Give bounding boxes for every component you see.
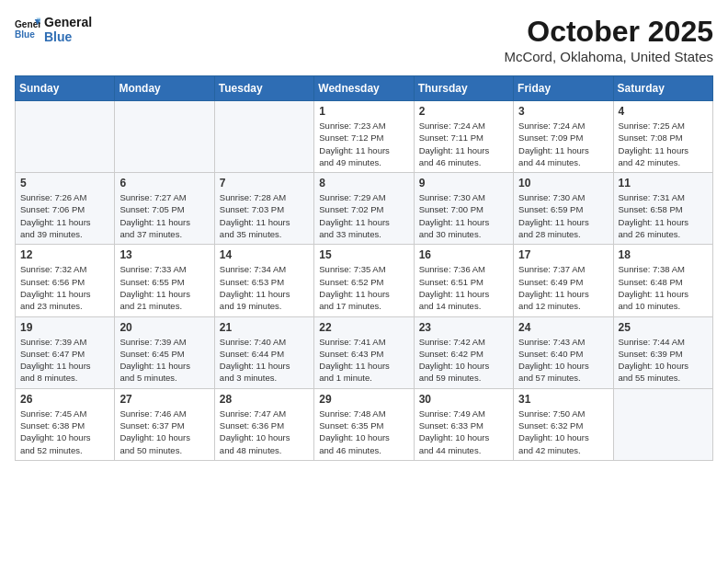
calendar-cell: 4Sunrise: 7:25 AMSunset: 7:08 PMDaylight…: [613, 101, 712, 173]
day-info: Sunrise: 7:35 AMSunset: 6:52 PMDaylight:…: [319, 263, 408, 312]
day-number: 24: [518, 321, 608, 334]
day-number: 7: [220, 177, 309, 190]
weekday-header: Wednesday: [314, 76, 414, 101]
weekday-header: Sunday: [16, 76, 115, 101]
day-number: 8: [319, 177, 408, 190]
calendar-cell: 25Sunrise: 7:44 AMSunset: 6:39 PMDayligh…: [613, 316, 712, 388]
day-info: Sunrise: 7:48 AMSunset: 6:35 PMDaylight:…: [319, 408, 408, 456]
weekday-header-row: SundayMondayTuesdayWednesdayThursdayFrid…: [16, 76, 713, 101]
day-number: 5: [20, 177, 109, 190]
day-number: 14: [220, 248, 309, 261]
calendar-week-row: 26Sunrise: 7:45 AMSunset: 6:38 PMDayligh…: [16, 388, 713, 460]
day-number: 27: [119, 393, 209, 406]
day-info: Sunrise: 7:42 AMSunset: 6:42 PMDaylight:…: [419, 336, 508, 385]
logo-line1: General: [44, 15, 92, 29]
calendar-week-row: 19Sunrise: 7:39 AMSunset: 6:47 PMDayligh…: [16, 316, 713, 388]
weekday-header: Friday: [514, 76, 613, 101]
day-number: 10: [518, 177, 608, 190]
day-number: 6: [119, 177, 209, 190]
day-info: Sunrise: 7:34 AMSunset: 6:53 PMDaylight:…: [220, 263, 309, 312]
day-number: 29: [319, 393, 408, 406]
title-block: October 2025 McCord, Oklahoma, United St…: [504, 15, 713, 64]
calendar-cell: 8Sunrise: 7:29 AMSunset: 7:02 PMDaylight…: [314, 173, 414, 245]
day-number: 28: [220, 393, 309, 406]
weekday-header: Thursday: [414, 76, 513, 101]
day-info: Sunrise: 7:36 AMSunset: 6:51 PMDaylight:…: [419, 263, 508, 312]
day-info: Sunrise: 7:44 AMSunset: 6:39 PMDaylight:…: [619, 336, 708, 385]
day-number: 13: [119, 248, 209, 261]
day-number: 18: [619, 248, 708, 261]
day-number: 30: [419, 393, 508, 406]
page-header: General Blue General Blue October 2025 M…: [15, 15, 713, 64]
weekday-header: Monday: [115, 76, 214, 101]
day-info: Sunrise: 7:50 AMSunset: 6:32 PMDaylight:…: [518, 408, 608, 456]
day-number: 3: [518, 105, 608, 118]
day-number: 12: [20, 248, 109, 261]
calendar-table: SundayMondayTuesdayWednesdayThursdayFrid…: [15, 75, 713, 461]
calendar-cell: 14Sunrise: 7:34 AMSunset: 6:53 PMDayligh…: [214, 245, 313, 316]
calendar-cell: 28Sunrise: 7:47 AMSunset: 6:36 PMDayligh…: [214, 388, 313, 460]
day-number: 15: [319, 248, 408, 261]
calendar-cell: 3Sunrise: 7:24 AMSunset: 7:09 PMDaylight…: [514, 101, 613, 173]
day-info: Sunrise: 7:27 AMSunset: 7:05 PMDaylight:…: [119, 191, 209, 240]
day-info: Sunrise: 7:37 AMSunset: 6:49 PMDaylight:…: [518, 263, 608, 312]
calendar-cell: 13Sunrise: 7:33 AMSunset: 6:55 PMDayligh…: [115, 245, 214, 316]
day-info: Sunrise: 7:33 AMSunset: 6:55 PMDaylight:…: [119, 263, 209, 312]
logo-icon: General Blue: [15, 17, 40, 42]
calendar-cell: 29Sunrise: 7:48 AMSunset: 6:35 PMDayligh…: [314, 388, 414, 460]
calendar-cell: 15Sunrise: 7:35 AMSunset: 6:52 PMDayligh…: [314, 245, 414, 316]
calendar-cell: [16, 101, 115, 173]
day-info: Sunrise: 7:45 AMSunset: 6:38 PMDaylight:…: [20, 408, 109, 456]
svg-text:Blue: Blue: [15, 29, 35, 40]
calendar-cell: 27Sunrise: 7:46 AMSunset: 6:37 PMDayligh…: [115, 388, 214, 460]
logo: General Blue General Blue: [15, 15, 92, 44]
calendar-cell: 20Sunrise: 7:39 AMSunset: 6:45 PMDayligh…: [115, 316, 214, 388]
day-info: Sunrise: 7:32 AMSunset: 6:56 PMDaylight:…: [20, 263, 109, 312]
day-info: Sunrise: 7:46 AMSunset: 6:37 PMDaylight:…: [119, 408, 209, 456]
calendar-cell: 9Sunrise: 7:30 AMSunset: 7:00 PMDaylight…: [414, 173, 513, 245]
calendar-cell: 11Sunrise: 7:31 AMSunset: 6:58 PMDayligh…: [613, 173, 712, 245]
calendar-week-row: 5Sunrise: 7:26 AMSunset: 7:06 PMDaylight…: [16, 173, 713, 245]
day-number: 25: [619, 321, 708, 334]
calendar-cell: 5Sunrise: 7:26 AMSunset: 7:06 PMDaylight…: [16, 173, 115, 245]
calendar-cell: 7Sunrise: 7:28 AMSunset: 7:03 PMDaylight…: [214, 173, 313, 245]
day-info: Sunrise: 7:39 AMSunset: 6:45 PMDaylight:…: [119, 336, 209, 385]
day-number: 19: [20, 321, 109, 334]
calendar-cell: 19Sunrise: 7:39 AMSunset: 6:47 PMDayligh…: [16, 316, 115, 388]
calendar-cell: 12Sunrise: 7:32 AMSunset: 6:56 PMDayligh…: [16, 245, 115, 316]
day-number: 1: [319, 105, 408, 118]
calendar-week-row: 1Sunrise: 7:23 AMSunset: 7:12 PMDaylight…: [16, 101, 713, 173]
day-info: Sunrise: 7:43 AMSunset: 6:40 PMDaylight:…: [518, 336, 608, 385]
calendar-cell: 31Sunrise: 7:50 AMSunset: 6:32 PMDayligh…: [514, 388, 613, 460]
day-number: 11: [619, 177, 708, 190]
calendar-cell: [115, 101, 214, 173]
day-number: 16: [419, 248, 508, 261]
day-info: Sunrise: 7:40 AMSunset: 6:44 PMDaylight:…: [220, 336, 309, 385]
day-number: 4: [619, 105, 708, 118]
day-info: Sunrise: 7:29 AMSunset: 7:02 PMDaylight:…: [319, 191, 408, 240]
calendar-cell: 10Sunrise: 7:30 AMSunset: 6:59 PMDayligh…: [514, 173, 613, 245]
calendar-cell: 22Sunrise: 7:41 AMSunset: 6:43 PMDayligh…: [314, 316, 414, 388]
day-info: Sunrise: 7:31 AMSunset: 6:58 PMDaylight:…: [619, 191, 708, 240]
day-info: Sunrise: 7:28 AMSunset: 7:03 PMDaylight:…: [220, 191, 309, 240]
day-number: 22: [319, 321, 408, 334]
day-info: Sunrise: 7:30 AMSunset: 6:59 PMDaylight:…: [518, 191, 608, 240]
day-info: Sunrise: 7:23 AMSunset: 7:12 PMDaylight:…: [319, 120, 408, 168]
location: McCord, Oklahoma, United States: [504, 49, 713, 64]
calendar-cell: 6Sunrise: 7:27 AMSunset: 7:05 PMDaylight…: [115, 173, 214, 245]
day-info: Sunrise: 7:41 AMSunset: 6:43 PMDaylight:…: [319, 336, 408, 385]
day-info: Sunrise: 7:49 AMSunset: 6:33 PMDaylight:…: [419, 408, 508, 456]
calendar-cell: 17Sunrise: 7:37 AMSunset: 6:49 PMDayligh…: [514, 245, 613, 316]
calendar-cell: 30Sunrise: 7:49 AMSunset: 6:33 PMDayligh…: [414, 388, 513, 460]
calendar-cell: [214, 101, 313, 173]
day-number: 26: [20, 393, 109, 406]
day-number: 31: [518, 393, 608, 406]
calendar-cell: 23Sunrise: 7:42 AMSunset: 6:42 PMDayligh…: [414, 316, 513, 388]
logo-line2: Blue: [44, 29, 92, 44]
day-info: Sunrise: 7:39 AMSunset: 6:47 PMDaylight:…: [20, 336, 109, 385]
day-info: Sunrise: 7:25 AMSunset: 7:08 PMDaylight:…: [619, 120, 708, 168]
day-info: Sunrise: 7:26 AMSunset: 7:06 PMDaylight:…: [20, 191, 109, 240]
weekday-header: Tuesday: [214, 76, 313, 101]
day-number: 23: [419, 321, 508, 334]
calendar-cell: 26Sunrise: 7:45 AMSunset: 6:38 PMDayligh…: [16, 388, 115, 460]
